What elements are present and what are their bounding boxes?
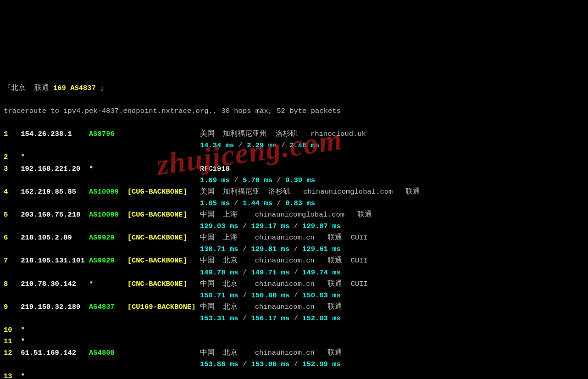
hop-geo: 美国 加利福尼亚州 洛杉矶 rhinocloud.uk	[200, 130, 366, 138]
hop-backbone-tag: [CNC-BACKBONE]	[128, 279, 200, 290]
hop-time-1: 153.88 ms	[200, 360, 239, 368]
hop-time-1: 149.78 ms	[200, 268, 239, 277]
hop-number: 4	[4, 186, 21, 198]
hop-asn: AS10099	[89, 186, 128, 198]
hop-number: 13	[4, 371, 21, 379]
hop-ip: 192.168.221.20	[21, 163, 89, 175]
hop-asn: AS8796	[89, 128, 128, 140]
hop-time-2: 1.44 ms	[243, 199, 272, 207]
hop-time-3: 152.03 ms	[302, 314, 341, 323]
hop-asn: *	[89, 279, 128, 290]
hop-time-3: 0.83 ms	[285, 199, 315, 207]
hop-row: 9219.158.32.189AS4837[CU169-BACKBONE]中国 …	[4, 301, 584, 313]
hop-number: 2	[4, 151, 21, 163]
traceroute-command-line: traceroute to ipv4.pek-4837.endpoint.nxt…	[4, 106, 584, 117]
hop-asn: AS4837	[89, 301, 128, 313]
hop-time-2: 129.81 ms	[251, 245, 289, 253]
hop-time-1: 153.31 ms	[200, 314, 239, 323]
hop-ip: 203.160.75.218	[21, 209, 89, 221]
hop-asn: AS9929	[89, 255, 128, 267]
hop-row: 8210.78.30.142*[CNC-BACKBONE]中国 北京 china…	[4, 279, 584, 290]
hop-time-3: 149.74 ms	[302, 268, 341, 277]
hop-row: 11*	[4, 336, 584, 347]
hop-number: 10	[4, 324, 21, 336]
hop-time-2: 150.80 ms	[251, 291, 289, 300]
hop-number: 9	[4, 301, 21, 313]
hop-row: 1261.51.169.142AS4808中国 北京 chinaunicom.c…	[4, 347, 584, 359]
hop-time-1: 1.69 ms	[200, 176, 230, 184]
hop-backbone-tag: [CU169-BACKBONE]	[128, 301, 200, 313]
hop-asn: *	[89, 163, 128, 175]
hop-geo: 中国 北京 chinaunicom.cn 联通 CUII	[200, 280, 368, 288]
hop-timing-row: 153.31 ms / 156.17 ms / 152.03 ms	[4, 313, 584, 324]
hop-asn: AS4808	[89, 347, 128, 359]
hop-time-2: 156.17 ms	[251, 314, 289, 323]
hop-backbone-tag: [CNC-BACKBONE]	[128, 232, 200, 244]
hop-ip: 210.78.30.142	[21, 279, 89, 290]
hop-row: 4162.219.85.85AS10099[CUG-BACKBONE]美国 加利…	[4, 186, 584, 198]
hop-time-1: 14.34 ms	[200, 141, 234, 150]
hop-time-3: 2.46 ms	[289, 141, 319, 150]
hop-row: 6218.105.2.89AS9929[CNC-BACKBONE]中国 上海 c…	[4, 232, 584, 244]
hop-geo: 中国 北京 chinaunicom.cn 联通	[200, 349, 342, 357]
hop-timing-row: 1.69 ms / 5.70 ms / 9.39 ms	[4, 175, 584, 186]
hop-row: 5203.160.75.218AS10099[CUG-BACKBONE]中国 上…	[4, 209, 584, 221]
hop-time-3: 152.99 ms	[302, 360, 341, 368]
terminal-output: 『北京 联通 169 AS4837 』 traceroute to ipv4.p…	[4, 71, 584, 379]
header-line: 『北京 联通 169 AS4837 』	[4, 83, 584, 94]
hop-number: 12	[4, 347, 21, 359]
hop-time-2: 2.29 ms	[247, 141, 277, 150]
hop-timing-row: 130.71 ms / 129.81 ms / 129.61 ms	[4, 244, 584, 255]
hop-geo: RFC1918	[200, 165, 230, 173]
hop-geo: 美国 加利福尼亚 洛杉矶 chinaunicomglobal.com 联通	[200, 188, 420, 196]
hop-timing-row: 1.05 ms / 1.44 ms / 0.83 ms	[4, 198, 584, 209]
hop-time-1: 150.71 ms	[200, 291, 239, 300]
hop-ip: 219.158.32.189	[21, 301, 89, 313]
hop-timing-row: 153.88 ms / 153.06 ms / 152.99 ms	[4, 359, 584, 370]
hop-ip: 218.105.131.101	[21, 255, 89, 267]
hop-ip: 162.219.85.85	[21, 186, 89, 198]
hop-number: 7	[4, 255, 21, 267]
hop-backbone-tag: [CUG-BACKBONE]	[128, 186, 200, 198]
hop-time-3: 150.63 ms	[302, 291, 341, 300]
hop-geo: 中国 北京 chinaunicom.cn 联通	[200, 303, 342, 311]
hop-ip: 218.105.2.89	[21, 232, 89, 244]
hop-row: 3192.168.221.20*RFC1918	[4, 163, 584, 175]
hop-number: 1	[4, 128, 21, 140]
hop-ip: *	[21, 336, 89, 347]
hop-geo: 中国 上海 chinaunicomglobal.com 联通	[200, 211, 372, 219]
hop-asn: AS10099	[89, 209, 128, 221]
hop-row: 13*	[4, 371, 584, 379]
hop-asn: AS9929	[89, 232, 128, 244]
hop-number: 3	[4, 163, 21, 175]
hop-number: 11	[4, 336, 21, 347]
hop-time-1: 1.05 ms	[200, 199, 230, 207]
hop-number: 5	[4, 209, 21, 221]
hop-time-1: 130.71 ms	[200, 245, 239, 253]
hop-row: 10*	[4, 324, 584, 336]
hop-geo: 中国 上海 chinaunicom.cn 联通 CUII	[200, 234, 368, 242]
hop-time-2: 149.71 ms	[251, 268, 289, 277]
hop-backbone-tag: [CUG-BACKBONE]	[128, 209, 200, 221]
hop-backbone-tag: [CNC-BACKBONE]	[128, 255, 200, 267]
hop-ip: *	[21, 371, 89, 379]
hop-row: 1154.26.238.1AS8796美国 加利福尼亚州 洛杉矶 rhinocl…	[4, 128, 584, 140]
hop-time-1: 129.03 ms	[200, 222, 239, 230]
hops-container: 1154.26.238.1AS8796美国 加利福尼亚州 洛杉矶 rhinocl…	[4, 128, 584, 379]
hop-timing-row: 150.71 ms / 150.80 ms / 150.63 ms	[4, 290, 584, 301]
hop-geo: 中国 北京 chinaunicom.cn 联通 CUII	[200, 256, 368, 265]
hop-ip: 154.26.238.1	[21, 128, 89, 140]
hop-number: 6	[4, 232, 21, 244]
hop-row: 2*	[4, 151, 584, 163]
hop-number: 8	[4, 279, 21, 290]
hop-row: 7218.105.131.101AS9929[CNC-BACKBONE]中国 北…	[4, 255, 584, 267]
hop-time-3: 129.07 ms	[302, 222, 341, 230]
hop-time-3: 9.39 ms	[285, 176, 315, 184]
hop-time-2: 153.06 ms	[251, 360, 289, 368]
hop-timing-row: 149.78 ms / 149.71 ms / 149.74 ms	[4, 267, 584, 279]
hop-time-2: 129.17 ms	[251, 222, 289, 230]
hop-ip: *	[21, 324, 89, 336]
hop-time-2: 5.70 ms	[243, 176, 272, 184]
hop-ip: *	[21, 151, 89, 163]
hop-time-3: 129.61 ms	[302, 245, 341, 253]
